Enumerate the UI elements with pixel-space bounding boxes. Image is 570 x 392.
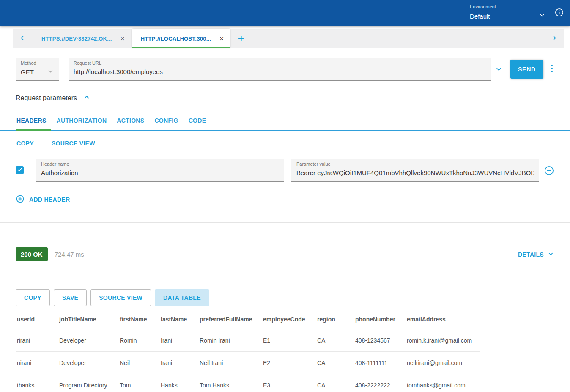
column-header: employeeCode: [262, 310, 316, 329]
header-name-field[interactable]: Header name: [36, 159, 284, 182]
table-cell: 408-2222222: [354, 374, 406, 392]
request-url-label: Request URL: [74, 60, 485, 66]
kebab-menu-icon: [549, 63, 554, 74]
response-latency: 724.47 ms: [55, 251, 84, 258]
request-url-field[interactable]: Request URL: [69, 58, 491, 81]
request-menu-button[interactable]: [549, 58, 554, 74]
tabs-scroll-left-button[interactable]: [13, 29, 32, 48]
response-toolbar: COPY SAVE SOURCE VIEW DATA TABLE: [0, 289, 570, 306]
table-cell: Neil Irani: [198, 352, 262, 374]
tab-strip-spacer: [252, 29, 545, 48]
environment-value: Default: [470, 13, 490, 20]
column-header: emailAddress: [406, 310, 480, 329]
table-cell: Romin Irani: [198, 329, 262, 352]
request-tab-strip: HTTPS://DEV-332742.OK... × HTTP://LOCALH…: [13, 29, 564, 48]
chevron-down-icon: [538, 11, 546, 21]
table-cell: CA: [316, 352, 354, 374]
source-view-headers-button[interactable]: SOURCE VIEW: [51, 138, 96, 148]
details-button[interactable]: DETAILS: [518, 250, 554, 259]
save-response-button[interactable]: SAVE: [54, 289, 87, 306]
table-cell: Romin: [118, 329, 159, 352]
method-select[interactable]: Method GET: [16, 58, 59, 81]
status-badge: 200 OK: [16, 247, 48, 261]
table-cell: tomhanks@gmail.com: [406, 374, 480, 392]
chevron-down-icon: [47, 68, 54, 77]
table-cell: Neil: [118, 352, 159, 374]
request-tab-label: HTTP://LOCALHOST:300...: [141, 36, 211, 42]
table-cell: Tom Hanks: [198, 374, 262, 392]
response-data-table: userId jobTitleName firstName lastName p…: [16, 310, 480, 392]
plus-circle-icon: [16, 195, 25, 205]
check-icon: [17, 167, 23, 174]
table-cell: Program Directory: [58, 374, 118, 392]
table-cell: nirani: [16, 352, 58, 374]
request-parameters-tabs: HEADERS AUTHORIZATION ACTIONS CONFIG COD…: [0, 117, 570, 131]
table-cell: CA: [316, 329, 354, 352]
tab-authorization[interactable]: AUTHORIZATION: [56, 117, 108, 130]
close-icon[interactable]: ×: [121, 35, 125, 42]
header-enabled-checkbox[interactable]: [16, 166, 24, 174]
details-label: DETAILS: [518, 251, 544, 258]
request-tab-okta[interactable]: HTTPS://DEV-332742.OK... ×: [32, 29, 132, 48]
add-tab-button[interactable]: +: [230, 29, 252, 48]
column-header: firstName: [118, 310, 159, 329]
table-cell: CA: [316, 374, 354, 392]
toggle-url-details-button[interactable]: [495, 65, 503, 74]
request-url-bar: Method GET Request URL SEND: [0, 58, 570, 81]
environment-selector[interactable]: Environment Default: [466, 2, 548, 24]
table-row: rirani Developer Romin Irani Romin Irani…: [16, 329, 480, 352]
request-parameters-title: Request parameters: [16, 94, 77, 102]
table-cell: neilrirani@gmail.com: [406, 352, 480, 374]
column-header: preferredFullName: [198, 310, 262, 329]
remove-header-button[interactable]: [544, 165, 554, 177]
tabs-scroll-right-button[interactable]: [545, 29, 564, 48]
close-icon[interactable]: ×: [219, 35, 224, 42]
column-header: phoneNumber: [354, 310, 406, 329]
add-header-button[interactable]: ADD HEADER: [16, 195, 70, 205]
parameter-value-input[interactable]: [296, 169, 534, 176]
table-row: nirani Developer Neil Irani Neil Irani E…: [16, 352, 480, 374]
tab-actions[interactable]: ACTIONS: [116, 117, 145, 130]
column-header: region: [316, 310, 354, 329]
source-view-response-button[interactable]: SOURCE VIEW: [90, 289, 151, 306]
copy-response-button[interactable]: COPY: [16, 289, 50, 306]
table-cell: 408-1234567: [354, 329, 406, 352]
table-cell: Developer: [58, 352, 118, 374]
request-tab-localhost[interactable]: HTTP://LOCALHOST:300... ×: [132, 29, 231, 48]
tab-config[interactable]: CONFIG: [153, 117, 179, 130]
tab-headers[interactable]: HEADERS: [16, 117, 47, 130]
request-tab-label: HTTPS://DEV-332742.OK...: [41, 36, 112, 42]
table-cell: Irani: [159, 329, 198, 352]
request-url-input[interactable]: [74, 68, 485, 75]
table-cell: 408-1111111: [354, 352, 406, 374]
method-value: GET: [21, 69, 34, 76]
app-header: Environment Default: [0, 0, 570, 26]
method-label: Method: [21, 60, 54, 66]
table-cell: thanks: [16, 374, 58, 392]
tab-code[interactable]: CODE: [188, 117, 207, 130]
headers-actions: COPY SOURCE VIEW: [0, 138, 570, 148]
send-button[interactable]: SEND: [510, 60, 543, 79]
table-cell: Developer: [58, 329, 118, 352]
chevron-down-icon: [495, 65, 503, 74]
table-cell: E1: [262, 329, 316, 352]
header-name-input[interactable]: [41, 169, 279, 176]
parameter-value-field[interactable]: Parameter value: [291, 159, 539, 182]
table-cell: E3: [262, 374, 316, 392]
add-header-label: ADD HEADER: [29, 196, 70, 203]
data-table-response-button[interactable]: DATA TABLE: [155, 289, 209, 306]
table-cell: Hanks: [159, 374, 198, 392]
chevron-left-icon: [19, 35, 26, 43]
request-parameters-toggle[interactable]: Request parameters: [0, 93, 570, 103]
column-header: jobTitleName: [58, 310, 118, 329]
table-cell: Irani: [159, 352, 198, 374]
response-status-row: 200 OK 724.47 ms DETAILS: [0, 247, 570, 261]
table-header-row: userId jobTitleName firstName lastName p…: [16, 310, 480, 329]
info-icon: [554, 8, 564, 19]
chevron-down-icon: [547, 250, 554, 259]
copy-headers-button[interactable]: COPY: [16, 138, 35, 148]
minus-circle-icon: [544, 165, 554, 177]
request-response-divider: [0, 222, 570, 223]
info-button[interactable]: [554, 8, 564, 19]
table-cell: Tom: [118, 374, 159, 392]
